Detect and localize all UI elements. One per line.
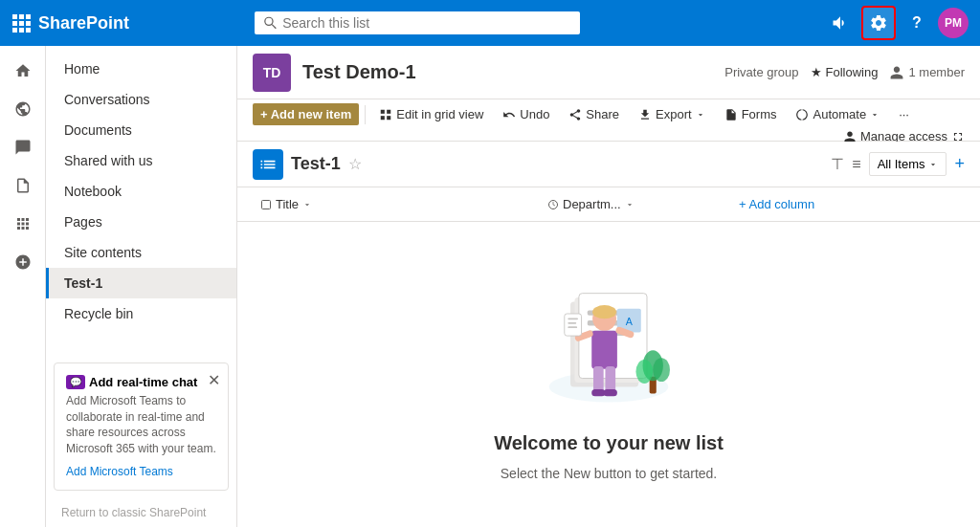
add-new-button[interactable]: + Add new item bbox=[253, 103, 359, 125]
rail-chat-icon[interactable] bbox=[6, 130, 40, 165]
welcome-svg: A bbox=[523, 268, 695, 421]
list-star-icon[interactable]: ☆ bbox=[348, 155, 362, 173]
rail-doc-icon[interactable] bbox=[6, 168, 40, 203]
sidebar-nav: Home Conversations Documents Shared with… bbox=[46, 46, 236, 355]
share-icon bbox=[568, 108, 582, 121]
main-content: TD Test Demo-1 Private group ★ Following… bbox=[237, 46, 980, 527]
svg-rect-36 bbox=[605, 366, 615, 392]
avatar[interactable]: PM bbox=[938, 8, 969, 38]
rail-add-icon[interactable] bbox=[6, 245, 40, 279]
svg-rect-32 bbox=[568, 318, 578, 319]
svg-rect-35 bbox=[593, 366, 604, 392]
person-icon bbox=[889, 65, 904, 80]
private-group-label: Private group bbox=[724, 65, 798, 79]
view-label: All Items bbox=[878, 157, 925, 171]
megaphone-icon[interactable] bbox=[823, 6, 858, 40]
svg-rect-3 bbox=[12, 21, 17, 26]
sidebar-item-conversations[interactable]: Conversations bbox=[46, 84, 236, 115]
classic-link[interactable]: Return to classic SharePoint bbox=[46, 498, 236, 527]
search-input[interactable] bbox=[282, 15, 570, 31]
list-area: Test-1 ☆ ⊤ ≡ All Items + Title bbox=[237, 142, 980, 527]
chat-popup-title: 💬 Add real-time chat bbox=[66, 375, 216, 389]
svg-rect-12 bbox=[387, 109, 390, 113]
dept-icon bbox=[547, 199, 559, 210]
svg-point-42 bbox=[653, 358, 670, 382]
view-icon[interactable]: ≡ bbox=[852, 156, 860, 173]
forms-button[interactable]: Forms bbox=[717, 103, 785, 125]
help-icon[interactable]: ? bbox=[900, 6, 934, 40]
sidebar: Home Conversations Documents Shared with… bbox=[46, 46, 237, 527]
sidebar-item-recycle[interactable]: Recycle bin bbox=[46, 298, 236, 329]
svg-rect-5 bbox=[26, 21, 31, 26]
rail-globe-icon[interactable] bbox=[6, 92, 40, 126]
view-selector[interactable]: All Items bbox=[869, 152, 947, 176]
site-header-left: TD Test Demo-1 bbox=[253, 54, 416, 92]
site-header-right: Private group ★ Following 1 member bbox=[724, 65, 965, 80]
sidebar-item-test1[interactable]: Test-1 bbox=[46, 268, 236, 298]
search-icon bbox=[264, 16, 277, 30]
svg-rect-13 bbox=[381, 116, 385, 120]
chevron-view-icon bbox=[928, 160, 938, 169]
more-button[interactable]: ··· bbox=[891, 103, 917, 125]
member-info[interactable]: 1 member bbox=[889, 65, 965, 80]
filter-icon[interactable]: ⊤ bbox=[831, 155, 844, 173]
sidebar-item-pages[interactable]: Pages bbox=[46, 207, 236, 237]
chat-popup-body: Add Microsoft Teams to collaborate in re… bbox=[66, 393, 216, 457]
column-headers: Title Departm... + Add column bbox=[237, 187, 980, 222]
svg-rect-34 bbox=[568, 326, 577, 328]
list-icon bbox=[253, 149, 283, 180]
share-button[interactable]: Share bbox=[561, 103, 627, 125]
export-button[interactable]: Export bbox=[631, 103, 713, 125]
svg-point-41 bbox=[635, 360, 653, 384]
add-column-button[interactable]: + Add column bbox=[731, 193, 822, 215]
search-bar[interactable] bbox=[255, 11, 580, 34]
sidebar-item-contents[interactable]: Site contents bbox=[46, 237, 236, 268]
member-label: 1 member bbox=[908, 65, 965, 79]
site-title: Test Demo-1 bbox=[302, 61, 416, 83]
settings-icon[interactable] bbox=[861, 6, 896, 40]
export-icon bbox=[638, 108, 652, 121]
svg-rect-2 bbox=[26, 14, 31, 19]
add-view-button[interactable]: + bbox=[954, 154, 965, 174]
svg-rect-28 bbox=[591, 331, 617, 369]
forms-icon bbox=[724, 108, 738, 121]
logo[interactable]: SharePoint bbox=[11, 13, 129, 33]
chat-icon: 💬 bbox=[66, 375, 85, 389]
following-label: Following bbox=[826, 65, 879, 79]
site-logo: TD bbox=[253, 54, 291, 92]
chat-popup: 💬 Add real-time chat ✕ Add Microsoft Tea… bbox=[54, 362, 229, 491]
sidebar-item-notebook[interactable]: Notebook bbox=[46, 176, 236, 207]
chat-popup-link[interactable]: Add Microsoft Teams bbox=[66, 465, 173, 478]
grid-icon bbox=[11, 13, 31, 33]
undo-button[interactable]: Undo bbox=[495, 103, 557, 125]
following-button[interactable]: ★ Following bbox=[811, 65, 879, 79]
list-header: Test-1 ☆ ⊤ ≡ All Items + bbox=[237, 142, 980, 187]
command-bar: + Add new item Edit in grid view Undo Sh… bbox=[237, 99, 980, 142]
svg-point-27 bbox=[592, 305, 616, 318]
chat-popup-close[interactable]: ✕ bbox=[208, 371, 220, 389]
col-header-title[interactable]: Title bbox=[253, 197, 540, 211]
rail-home-icon[interactable] bbox=[6, 54, 40, 88]
list-svg-icon bbox=[258, 155, 278, 174]
col-dept-chevron-icon bbox=[625, 200, 635, 209]
svg-rect-7 bbox=[19, 28, 24, 33]
svg-rect-31 bbox=[565, 314, 582, 336]
sidebar-item-documents[interactable]: Documents bbox=[46, 115, 236, 145]
svg-rect-38 bbox=[604, 389, 617, 396]
svg-rect-15 bbox=[262, 200, 271, 209]
sidebar-item-home[interactable]: Home bbox=[46, 54, 236, 84]
svg-rect-8 bbox=[26, 28, 31, 33]
svg-line-10 bbox=[272, 25, 276, 29]
svg-rect-14 bbox=[387, 116, 390, 120]
col-header-department[interactable]: Departm... bbox=[540, 197, 731, 211]
sidebar-item-shared[interactable]: Shared with us bbox=[46, 145, 236, 176]
svg-rect-0 bbox=[12, 14, 17, 19]
svg-rect-1 bbox=[19, 14, 24, 19]
welcome-illustration: A bbox=[523, 268, 695, 421]
svg-rect-33 bbox=[568, 322, 576, 324]
grid-icon bbox=[379, 108, 392, 121]
edit-grid-button[interactable]: Edit in grid view bbox=[371, 103, 491, 125]
automate-button[interactable]: Automate bbox=[788, 103, 887, 125]
rail-apps-icon[interactable] bbox=[6, 207, 40, 241]
site-header: TD Test Demo-1 Private group ★ Following… bbox=[237, 46, 980, 99]
